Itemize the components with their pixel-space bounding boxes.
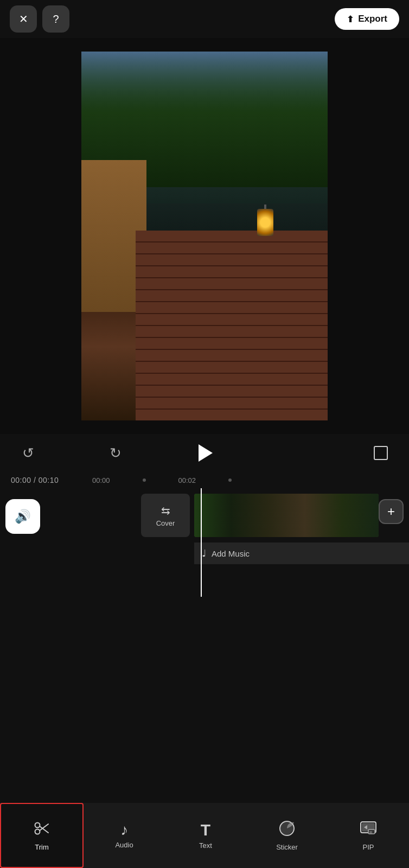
text-icon: T — [201, 822, 210, 838]
help-icon: ? — [53, 13, 59, 25]
sticker-tool-button[interactable]: Sticker — [246, 803, 328, 868]
trim-label: Trim — [35, 843, 49, 851]
add-music-row[interactable]: ♩ Add Music — [194, 542, 409, 564]
add-icon: + — [387, 504, 395, 519]
fullscreen-icon — [374, 446, 388, 460]
pip-tool-button[interactable]: ⊞ PIP — [328, 803, 409, 868]
video-thumbnail — [81, 52, 328, 420]
scene-lantern — [257, 209, 273, 236]
export-icon: ⬆ — [347, 14, 354, 24]
sticker-icon — [278, 820, 296, 840]
playhead — [201, 488, 202, 597]
audio-label: Audio — [115, 841, 133, 849]
audio-icon: ♪ — [120, 822, 128, 838]
svg-point-0 — [35, 829, 40, 834]
cover-thumbnail[interactable]: ⇆ Cover — [141, 494, 190, 537]
play-icon — [199, 444, 213, 462]
timeline-track: 🔊 ⇆ Cover + ♩ Add Music — [0, 488, 409, 597]
timeline-bar: 00:00 / 00:10 00:00 00:02 — [0, 472, 409, 488]
bottom-toolbar: Trim ♪ Audio T Text Sticker ⊞ — [0, 803, 409, 868]
export-button[interactable]: ⬆ Export — [335, 8, 399, 30]
help-button[interactable]: ? — [42, 5, 69, 33]
cover-label: Cover — [156, 519, 175, 527]
marker-dot-2 — [228, 478, 232, 482]
video-strip[interactable] — [194, 494, 379, 537]
controls-bar: ↺ ↻ — [0, 434, 409, 472]
text-tool-button[interactable]: T Text — [165, 803, 246, 868]
audio-volume-button[interactable]: 🔊 — [5, 499, 40, 534]
add-clip-button[interactable]: + — [379, 499, 404, 524]
play-button[interactable] — [190, 439, 219, 467]
svg-text:⊞: ⊞ — [369, 831, 372, 834]
top-bar: ✕ ? ⬆ Export — [0, 0, 409, 38]
svg-point-1 — [35, 823, 40, 828]
scene-wall — [136, 231, 328, 420]
marker-0: 00:00 — [92, 476, 110, 484]
sticker-label: Sticker — [276, 843, 298, 851]
top-bar-left: ✕ ? — [10, 5, 69, 33]
text-label: Text — [199, 841, 212, 850]
redo-icon: ↻ — [110, 445, 122, 462]
music-icon: ♩ — [202, 547, 206, 559]
export-label: Export — [358, 14, 387, 24]
redo-button[interactable]: ↻ — [104, 441, 127, 465]
time-current: 00:00 / 00:10 — [11, 476, 59, 484]
marker-dot-1 — [143, 478, 146, 482]
video-strip-inner — [194, 494, 379, 537]
add-music-label: Add Music — [212, 549, 250, 558]
trim-icon — [33, 820, 50, 840]
pip-label: PIP — [363, 843, 374, 851]
trim-tool-button[interactable]: Trim — [0, 803, 84, 868]
volume-icon: 🔊 — [15, 509, 31, 524]
marker-2: 00:02 — [178, 476, 196, 484]
timeline-markers: 00:00 00:02 — [92, 476, 398, 484]
video-preview — [0, 38, 409, 434]
undo-button[interactable]: ↺ — [16, 441, 40, 465]
cover-swap-icon: ⇆ — [161, 504, 170, 517]
close-button[interactable]: ✕ — [10, 5, 37, 33]
fullscreen-button[interactable] — [369, 441, 393, 465]
close-icon: ✕ — [19, 12, 28, 25]
audio-tool-button[interactable]: ♪ Audio — [84, 803, 165, 868]
pip-icon: ⊞ — [360, 820, 377, 840]
undo-icon: ↺ — [22, 445, 34, 462]
